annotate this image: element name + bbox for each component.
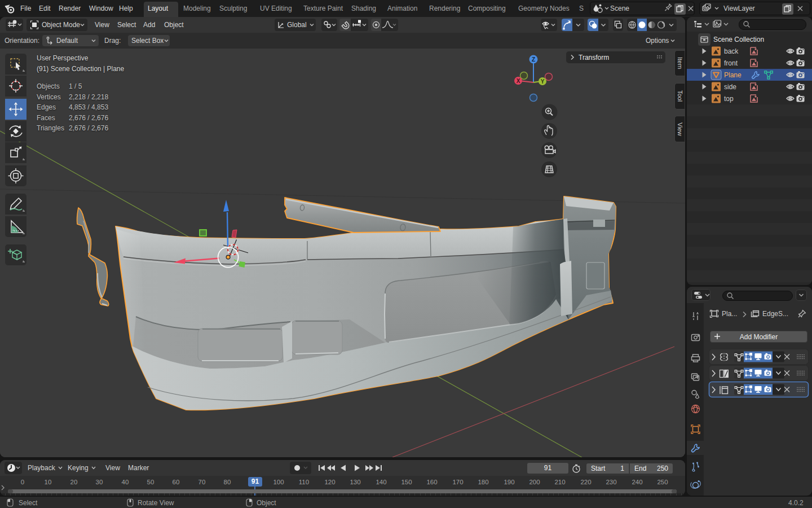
svg-text:Z: Z [532,56,535,63]
svg-text:X: X [517,78,520,84]
svg-text:Y: Y [541,78,545,85]
